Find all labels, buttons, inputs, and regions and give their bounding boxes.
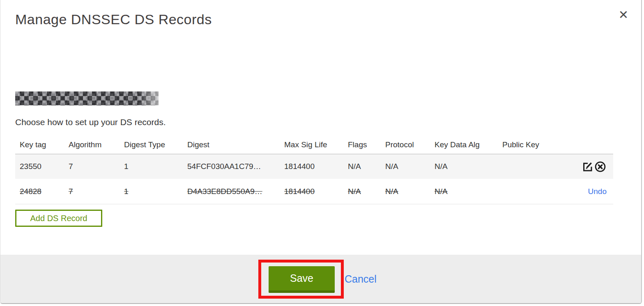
cell-algorithm: 7	[64, 187, 120, 196]
cell-max-sig-life: 1814400	[280, 162, 343, 171]
column-header-protocol: Protocol	[381, 140, 430, 149]
column-header-algorithm: Algorithm	[64, 140, 120, 149]
close-icon[interactable]: ✕	[616, 7, 631, 22]
cancel-link[interactable]: Cancel	[345, 273, 377, 285]
row-actions: Undo	[551, 187, 613, 196]
column-header-key-data-alg: Key Data Alg	[430, 140, 498, 149]
save-button[interactable]: Save	[269, 266, 335, 293]
cell-flags: N/A	[343, 187, 381, 196]
table-header-row: Key tag Algorithm Digest Type Digest Max…	[15, 135, 613, 154]
column-header-max-sig-life: Max Sig Life	[280, 140, 343, 149]
manage-dnssec-dialog: Manage DNSSEC DS Records ✕ Choose how to…	[0, 0, 642, 304]
annotation-highlight-rectangle: Save	[258, 260, 344, 299]
table-row-deleted: 24828 7 1 D4A33E8DD550A9… 1814400 N/A N/…	[15, 179, 613, 204]
cell-digest-type: 1	[120, 187, 183, 196]
cell-flags: N/A	[343, 162, 381, 171]
cell-algorithm: 7	[64, 162, 120, 171]
cell-key-tag: 23550	[15, 162, 64, 171]
cell-key-data-alg: N/A	[430, 162, 498, 171]
delete-record-button[interactable]	[594, 160, 607, 173]
column-header-public-key: Public Key	[498, 140, 551, 149]
cell-digest-type: 1	[120, 162, 183, 171]
table-row: 23550 7 1 54FCF030AA1C79… 1814400 N/A N/…	[15, 154, 613, 179]
cell-key-tag: 24828	[15, 187, 64, 196]
undo-link[interactable]: Undo	[588, 187, 607, 196]
cell-key-data-alg: N/A	[430, 187, 498, 196]
edit-record-button[interactable]	[581, 160, 594, 173]
dialog-footer: Save Cancel	[0, 255, 641, 303]
column-header-digest: Digest	[183, 140, 280, 149]
cell-protocol: N/A	[381, 187, 430, 196]
cell-digest: D4A33E8DD550A9…	[183, 187, 280, 196]
cell-protocol: N/A	[381, 162, 430, 171]
instruction-text: Choose how to set up your DS records.	[15, 117, 166, 127]
ds-records-table: Key tag Algorithm Digest Type Digest Max…	[15, 135, 613, 204]
column-header-flags: Flags	[343, 140, 381, 149]
row-actions	[551, 160, 613, 173]
column-header-digest-type: Digest Type	[120, 140, 183, 149]
page-title: Manage DNSSEC DS Records	[15, 11, 212, 27]
cell-max-sig-life: 1814400	[280, 187, 343, 196]
redacted-domain-name	[15, 91, 159, 105]
edit-icon	[582, 161, 593, 173]
column-header-key-tag: Key tag	[15, 140, 64, 149]
delete-icon	[594, 161, 606, 173]
add-ds-record-button[interactable]: Add DS Record	[15, 210, 102, 227]
cell-digest: 54FCF030AA1C79…	[183, 162, 280, 171]
